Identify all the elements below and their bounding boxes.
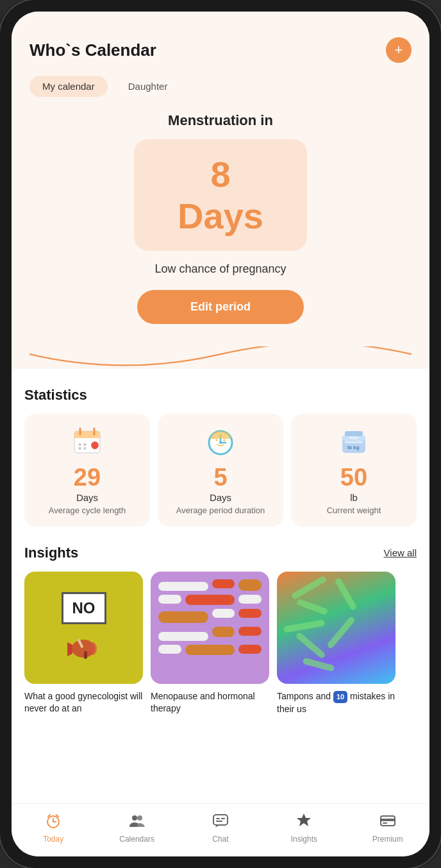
svg-rect-32 — [213, 815, 228, 825]
bottom-navigation: Today Calendars — [12, 803, 429, 856]
calendar-blood-icon: × × × × — [70, 424, 104, 459]
svg-marker-21 — [67, 642, 72, 656]
svg-text:× ×: × × — [78, 441, 87, 448]
svg-point-23 — [89, 642, 97, 655]
alarm-icon — [44, 812, 62, 832]
tampons-badge: 10 — [333, 691, 347, 703]
period-duration-unit: Days — [210, 492, 231, 503]
insight-card-menopause[interactable]: Menopause and hormonal therapy — [151, 572, 269, 716]
nav-today-label: Today — [43, 835, 63, 844]
insights-header: Insights View all — [24, 545, 417, 561]
card-icon — [379, 812, 397, 832]
svg-rect-22 — [84, 651, 87, 659]
clock-face-icon — [203, 424, 238, 459]
stat-card-period: 5 Days Average period duration — [158, 414, 283, 527]
statistics-header: Statistics — [24, 387, 417, 404]
nav-chat[interactable]: Chat — [198, 812, 243, 844]
phone-frame: Who`s Calendar + My calendar Daughter Me… — [0, 0, 441, 868]
svg-point-13 — [224, 439, 226, 441]
nav-calendars[interactable]: Calendars — [115, 812, 160, 844]
view-all-link[interactable]: View all — [384, 547, 417, 558]
people-icon — [128, 812, 146, 832]
weight-number: 50 — [340, 465, 367, 489]
svg-rect-39 — [383, 822, 387, 824]
svg-rect-19 — [345, 431, 363, 436]
svg-rect-38 — [381, 819, 395, 821]
hero-section: Who`s Calendar + My calendar Daughter Me… — [12, 12, 429, 369]
insight-text-1: What a good gynecologist will never do a… — [24, 691, 142, 714]
star-icon — [295, 812, 313, 832]
days-badge: 8 Days — [134, 139, 307, 251]
cycle-length-label: Average cycle length — [49, 506, 126, 516]
svg-point-12 — [216, 439, 218, 441]
period-duration-number: 5 — [213, 465, 227, 489]
svg-rect-16 — [345, 441, 363, 443]
insights-section: Insights View all NO — [24, 545, 417, 721]
svg-text:lb  kg: lb kg — [347, 445, 360, 450]
cycle-length-unit: Days — [76, 492, 98, 503]
days-number: 8 Days — [178, 154, 263, 236]
pregnancy-chance: Low chance of pregnancy — [29, 262, 412, 276]
insight-card-tampons[interactable]: Tampons and 10 mistakes in their us — [277, 572, 395, 716]
insight-text-2: Menopause and hormonal therapy — [151, 691, 255, 714]
svg-line-28 — [48, 815, 50, 817]
insight-text-3: Tampons and 10 mistakes in their us — [277, 691, 395, 714]
phone-screen: Who`s Calendar + My calendar Daughter Me… — [12, 12, 429, 856]
weight-unit: lb — [350, 492, 358, 503]
insight-image-2 — [151, 572, 269, 684]
hero-top: Who`s Calendar + — [29, 37, 412, 63]
statistics-title: Statistics — [24, 387, 87, 404]
svg-line-29 — [56, 815, 58, 817]
nav-premium-label: Premium — [372, 835, 403, 844]
nav-chat-label: Chat — [212, 835, 228, 844]
insight-image-1: NO — [24, 572, 143, 684]
menstruation-label: Menstruation in — [29, 112, 412, 129]
svg-marker-36 — [297, 813, 311, 826]
weight-label: Current weight — [327, 506, 381, 516]
insight-image-3 — [277, 572, 395, 684]
wave-divider — [29, 343, 412, 369]
add-button[interactable]: + — [386, 37, 412, 63]
nav-today[interactable]: Today — [31, 812, 76, 844]
nav-insights-label: Insights — [291, 835, 317, 844]
cycle-length-number: 29 — [74, 465, 101, 489]
nav-calendars-label: Calendars — [119, 835, 154, 844]
stats-grid: × × × × 29 Days Average cycle length — [24, 414, 417, 527]
tab-daughter[interactable]: Daughter — [115, 76, 181, 97]
insight-card-gynecologist[interactable]: NO — [24, 572, 143, 716]
period-duration-label: Average period duration — [176, 506, 265, 516]
nav-premium[interactable]: Premium — [365, 812, 410, 844]
edit-period-button[interactable]: Edit period — [137, 290, 304, 324]
stat-card-cycle: × × × × 29 Days Average cycle length — [24, 414, 150, 527]
tab-my-calendar[interactable]: My calendar — [29, 76, 108, 97]
calendar-tabs: My calendar Daughter — [29, 76, 412, 97]
svg-rect-2 — [74, 436, 100, 438]
chat-icon — [212, 812, 229, 832]
svg-point-30 — [132, 815, 137, 821]
main-content: Statistics × × × × — [12, 369, 429, 803]
scale-icon: lb kg — [337, 424, 371, 459]
svg-point-31 — [137, 815, 142, 821]
nav-insights[interactable]: Insights — [281, 812, 326, 844]
insights-title: Insights — [24, 545, 78, 561]
app-title: Who`s Calendar — [29, 40, 156, 60]
stat-card-weight: lb kg 50 lb Current weight — [291, 414, 417, 527]
insights-cards: NO — [24, 572, 417, 721]
